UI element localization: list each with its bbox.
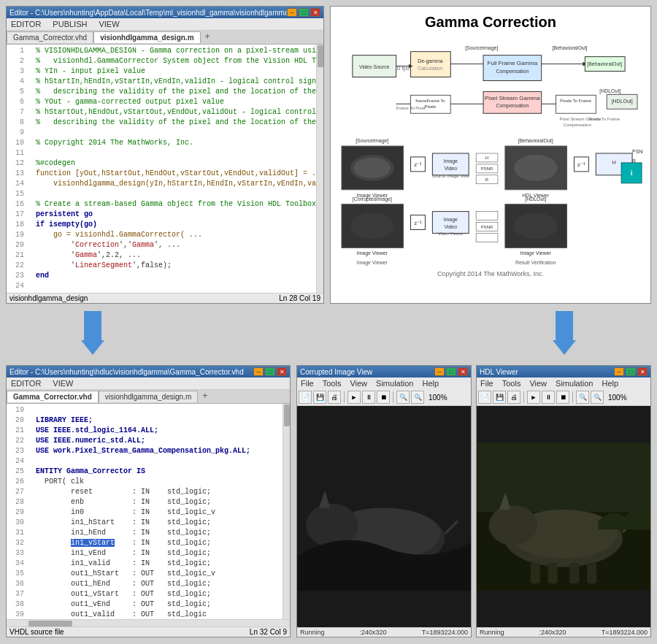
cv-menu-tools[interactable]: Tools <box>320 378 345 388</box>
scroll-thumb[interactable] <box>318 45 323 67</box>
hdl-viewer-menubar: File Tools View Simulation Help <box>477 377 650 389</box>
minimize-button[interactable]: ─ <box>287 8 297 17</box>
bottom-code-line-23: 23 USE work.Pixel_Stream_Gamma_Compensat… <box>9 446 287 456</box>
hv-time: T=1893224.000 <box>602 629 648 636</box>
tab-visionhdl-design[interactable]: visionhdlgamma_design.m <box>93 31 200 43</box>
cv-menu-simulation[interactable]: Simulation <box>373 378 416 388</box>
cv-menu-view[interactable]: View <box>347 378 370 388</box>
hv-toolbar-btn-stop[interactable]: ⏹ <box>556 391 569 404</box>
bottom-code-line-37: 37 out1_vStart : OUT std_logic; <box>9 589 287 599</box>
arrow-shaft-right <box>556 311 573 340</box>
right-arrow-down <box>553 311 576 355</box>
hv-toolbar-btn-3[interactable]: 🖨 <box>507 391 520 404</box>
corrupted-viewer-window: Corrupted Image View ─ □ ✕ File Tools Vi… <box>296 365 472 637</box>
corrupted-viewer-toolbar: 📄 💾 🖨 ▶ ⏸ ⏹ 🔍 🔍 100% <box>297 389 471 406</box>
code-line-2: 2 % visionhdl.GammaCorrector System obje… <box>9 56 320 66</box>
bottom-code-line-21: 21 USE IEEE.std_logic_1164.ALL; <box>9 426 287 436</box>
bottom-tab-visionhdl[interactable]: visionhdlgamma_design.m <box>99 391 198 402</box>
bottom-tab-add[interactable]: + <box>198 390 212 403</box>
bottom-code-line-30: 30 in1_hStart : IN std_logic; <box>9 518 287 528</box>
toolbar-btn-zoom-out[interactable]: 🔍 <box>411 391 424 404</box>
svg-text:Frame To Pixel: Frame To Pixel <box>396 106 426 110</box>
bottom-editor-tabbar: Gamma_Corrector.vhd visionhdlgamma_desig… <box>7 390 290 404</box>
bottom-menu-view[interactable]: VIEW <box>50 378 76 388</box>
bottom-scroll-thumb[interactable] <box>284 405 290 426</box>
toolbar-divider-2 <box>393 391 393 403</box>
svg-text:PSNR: PSNR <box>632 149 643 154</box>
svg-text:Image Viewer: Image Viewer <box>520 250 552 256</box>
hv-minimize-button[interactable]: ─ <box>614 367 624 376</box>
bottom-editor-scrollbar[interactable] <box>283 404 290 619</box>
hv-close-button[interactable]: ✕ <box>637 367 648 376</box>
bottom-editor-menubar: EDITOR VIEW <box>7 377 290 390</box>
hv-toolbar-btn-1[interactable]: 📄 <box>478 391 491 404</box>
cv-menu-help[interactable]: Help <box>419 378 442 388</box>
hv-zoom-level: 100% <box>605 394 630 402</box>
svg-text:De-gamma: De-gamma <box>418 58 443 64</box>
hv-maximize-button[interactable]: □ <box>626 367 636 376</box>
svg-rect-24 <box>556 95 596 113</box>
toolbar-btn-3[interactable]: 🖨 <box>328 391 341 404</box>
bottom-code-line-29: 29 in0 : IN std_logic_v <box>9 507 287 518</box>
code-line-11: 11 <box>9 148 320 158</box>
toolbar-btn-2[interactable]: 💾 <box>313 391 326 404</box>
svg-text:Image Viewer: Image Viewer <box>357 250 388 256</box>
top-row: Editor - C:\Users\nhunting\AppData\Local… <box>6 6 651 304</box>
hv-menu-tools[interactable]: Tools <box>499 378 524 388</box>
hv-menu-file[interactable]: File <box>477 378 496 388</box>
svg-point-55 <box>350 213 394 239</box>
bottom-code-wrapper: 19 20 LIBRARY IEEE; 21 USE IEEE.std_logi… <box>9 405 287 618</box>
svg-text:[HDLOut]: [HDLOut] <box>612 99 633 104</box>
top-editor-scrollbar[interactable] <box>316 45 323 293</box>
bottom-hscroll-thumb[interactable] <box>28 621 72 626</box>
hv-toolbar-btn-pause[interactable]: ⏸ <box>542 391 555 404</box>
close-button[interactable]: ✕ <box>310 8 320 17</box>
toolbar-btn-play[interactable]: ▶ <box>347 391 361 404</box>
hv-menu-simulation[interactable]: Simulation <box>553 378 596 388</box>
svg-text:z⁻¹: z⁻¹ <box>577 161 585 168</box>
bottom-code-line-22: 22 USE IEEE.numeric_std.ALL; <box>9 436 287 446</box>
toolbar-btn-1[interactable]: 📄 <box>299 391 312 404</box>
code-line-4: 4 % hStartIn,hEndIn,vStartIn,vEndIn,vali… <box>9 77 320 87</box>
hdl-viewer-window: HDL Viewer ─ □ ✕ File Tools View Simulat… <box>476 365 651 637</box>
toolbar-btn-zoom-in[interactable]: 🔍 <box>396 391 410 404</box>
cv-menu-file[interactable]: File <box>298 378 317 388</box>
code-line-22: 22 'LinearSegment',false); <box>9 261 320 271</box>
corrupted-viewer-menubar: File Tools View Simulation Help <box>297 377 471 389</box>
hv-toolbar-btn-play[interactable]: ▶ <box>527 391 540 404</box>
cv-close-button[interactable]: ✕ <box>458 367 468 376</box>
hv-menu-view[interactable]: View <box>526 378 550 388</box>
svg-text:Calculation: Calculation <box>418 66 443 71</box>
bottom-maximize-button[interactable]: □ <box>265 367 275 376</box>
menu-publish[interactable]: PUBLISH <box>50 19 90 29</box>
arrow-shaft-left <box>84 311 101 340</box>
bottom-menu-editor[interactable]: EDITOR <box>8 378 44 388</box>
tab-add-button[interactable]: + <box>201 31 215 44</box>
tab-gamma-corrector-vhd[interactable]: Gamma_Corrector.vhd <box>7 31 93 43</box>
cv-maximize-button[interactable]: □ <box>446 367 456 376</box>
toolbar-btn-stop[interactable]: ⏹ <box>377 391 390 404</box>
toolbar-btn-pause[interactable]: ⏸ <box>362 391 375 404</box>
cv-zoom-level: 100% <box>426 394 450 402</box>
hv-toolbar-btn-zoom-out[interactable]: 🔍 <box>591 391 604 404</box>
bottom-close-button[interactable]: ✕ <box>277 367 287 376</box>
corrupted-viewer-image-area <box>297 406 471 627</box>
hv-toolbar-divider <box>523 391 524 403</box>
bottom-minimize-button[interactable]: ─ <box>253 367 264 376</box>
svg-rect-104 <box>548 563 558 584</box>
top-editor-window: Editor - C:\Users\nhunting\AppData\Local… <box>6 6 324 304</box>
maximize-button[interactable]: □ <box>299 8 309 17</box>
corrupted-viewer-title: Corrupted Image View <box>300 368 372 376</box>
cv-minimize-button[interactable]: ─ <box>434 367 445 376</box>
hv-toolbar-btn-zoom-in[interactable]: 🔍 <box>576 391 589 404</box>
menu-view[interactable]: VIEW <box>96 19 122 29</box>
code-line-21: 21 'Gamma',2.2, ... <box>9 250 320 261</box>
bottom-code-line-34: 34 in1_valid : IN std_logic; <box>9 559 287 569</box>
svg-text:Image: Image <box>444 217 458 223</box>
menu-editor[interactable]: EDITOR <box>8 19 44 29</box>
bottom-hscrollbar[interactable] <box>7 619 290 626</box>
bottom-tab-gamma-corrector[interactable]: Gamma_Corrector.vhd <box>7 391 99 402</box>
block-diagram-svg: dhmot_ani V: 240x320, 0.0 fps Video Sour… <box>338 37 643 270</box>
hv-menu-help[interactable]: Help <box>599 378 621 388</box>
hv-toolbar-btn-2[interactable]: 💾 <box>493 391 506 404</box>
